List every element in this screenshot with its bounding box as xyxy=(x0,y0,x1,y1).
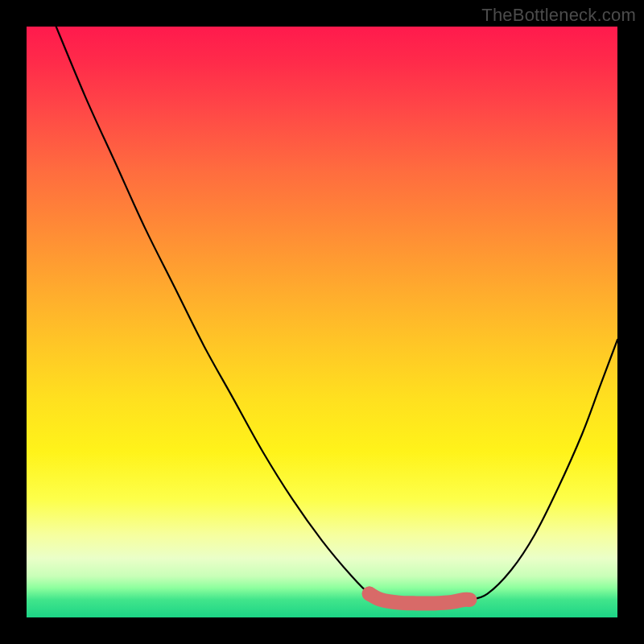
plot-area xyxy=(27,27,617,617)
optimal-range-highlight xyxy=(369,594,470,604)
optimal-dot-marker xyxy=(362,587,377,601)
right-curve-line xyxy=(470,340,618,600)
left-curve-line xyxy=(56,27,382,600)
chart-svg xyxy=(27,27,617,617)
chart-frame: TheBottleneck.com xyxy=(0,0,644,644)
watermark-text: TheBottleneck.com xyxy=(481,5,636,26)
